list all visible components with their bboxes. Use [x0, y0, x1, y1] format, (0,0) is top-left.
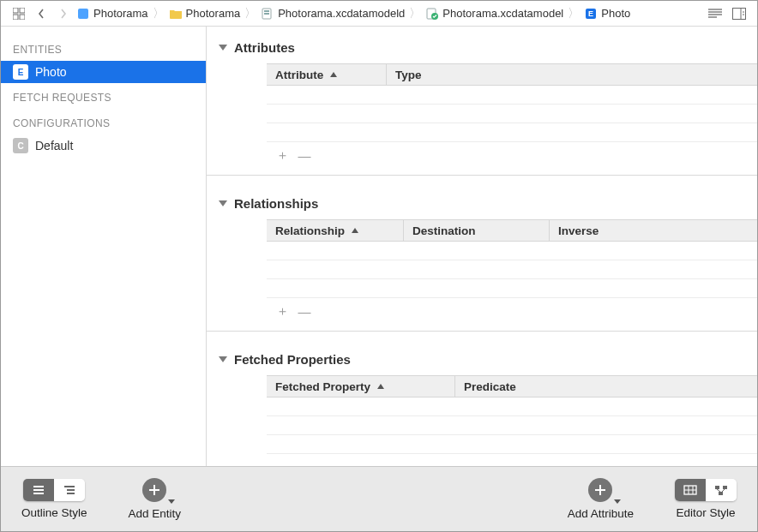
svg-text:E: E [588, 9, 593, 18]
relationships-table-head: Relationship Destination Inverse [267, 219, 757, 242]
remove-attribute-icon[interactable]: — [298, 148, 311, 162]
add-entity-label: Add Entity [129, 507, 182, 520]
relationships-rows [267, 242, 757, 298]
attributes-col-attribute[interactable]: Attribute [267, 64, 387, 85]
add-entity-button[interactable] [142, 478, 166, 502]
editor-panel: Attributes Attribute Type [207, 27, 757, 466]
entities-header: ENTITIES [1, 35, 206, 61]
outline-style-group: Outline Style [21, 479, 87, 519]
chevron-right-icon: 〉 [153, 6, 165, 21]
attributes-rows [267, 86, 757, 142]
breadcrumb-item-3[interactable]: Photorama.xcdatamodel [424, 7, 565, 21]
svg-rect-6 [264, 10, 269, 12]
relationships-col-destination[interactable]: Destination [404, 220, 550, 241]
breadcrumb-item-0[interactable]: Photorama [75, 7, 150, 21]
related-items-icon[interactable] [11, 6, 27, 21]
folder-icon [169, 7, 183, 21]
chevron-right-icon: 〉 [568, 6, 580, 21]
breadcrumb-label: Photorama [186, 7, 241, 20]
sort-ascending-icon [352, 228, 358, 233]
breadcrumb-label: Photorama.xcdatamodeld [278, 7, 405, 20]
add-attribute-icon[interactable]: ＋ [275, 148, 289, 162]
breadcrumb-label: Photorama [93, 7, 148, 20]
main-area: ENTITIES E Photo FETCH REQUESTS CONFIGUR… [1, 27, 757, 466]
add-attribute-group: Add Attribute [568, 478, 634, 520]
column-label: Inverse [558, 224, 599, 237]
outline-style-toggle[interactable] [23, 479, 85, 501]
disclosure-triangle-icon[interactable] [219, 200, 227, 206]
outline-style-list-icon[interactable] [23, 479, 54, 501]
column-label: Relationship [275, 224, 345, 237]
column-label: Type [395, 69, 422, 81]
fetched-col-property[interactable]: Fetched Property [267, 376, 455, 397]
fetched-title[interactable]: Fetched Properties [207, 347, 757, 375]
column-label: Destination [412, 224, 476, 237]
svg-rect-4 [78, 9, 88, 19]
attributes-title[interactable]: Attributes [207, 35, 757, 63]
breadcrumb-bar: Photorama 〉 Photorama 〉 Photorama.xcdata… [1, 1, 757, 27]
table-row[interactable] [267, 435, 757, 454]
fetched-rows [267, 398, 757, 454]
table-row[interactable] [267, 398, 757, 416]
relationships-controls: ＋ — [267, 298, 757, 320]
table-row[interactable] [267, 260, 757, 279]
entity-icon: E [584, 7, 598, 21]
svg-rect-2 [13, 15, 18, 20]
table-row[interactable] [267, 416, 757, 435]
section-title-label: Relationships [234, 196, 318, 211]
fetched-properties-section: Fetched Properties Fetched Property Pred… [207, 347, 757, 454]
editor-style-grid-icon[interactable] [675, 479, 706, 501]
breadcrumb-item-2[interactable]: Photorama.xcdatamodeld [259, 7, 406, 21]
sidebar-toggle-icon[interactable] [731, 6, 747, 21]
add-attribute-button[interactable] [588, 478, 612, 502]
disclosure-triangle-icon[interactable] [219, 356, 227, 362]
breadcrumb-label: Photorama.xcdatamodel [442, 7, 563, 20]
datamodel-icon [261, 7, 274, 21]
relationships-col-relationship[interactable]: Relationship [267, 220, 404, 241]
disclosure-triangle-icon[interactable] [219, 45, 227, 51]
paragraph-icon[interactable] [707, 6, 723, 21]
editor-style-toggle[interactable] [675, 479, 737, 501]
table-row[interactable] [267, 242, 757, 260]
relationships-title[interactable]: Relationships [207, 191, 757, 219]
table-row[interactable] [267, 86, 757, 105]
configurations-header: CONFIGURATIONS [1, 109, 206, 134]
svg-rect-3 [20, 15, 25, 20]
forward-icon[interactable] [56, 6, 71, 21]
relationships-col-inverse[interactable]: Inverse [550, 220, 757, 241]
breadcrumb-item-4[interactable]: E Photo [582, 7, 632, 21]
config-badge-icon: C [13, 138, 28, 153]
table-row[interactable] [267, 123, 757, 142]
column-label: Attribute [275, 69, 323, 81]
breadcrumb-item-1[interactable]: Photorama [167, 7, 243, 21]
back-icon[interactable] [33, 6, 49, 21]
attributes-controls: ＋ — [267, 142, 757, 164]
attributes-section: Attributes Attribute Type [207, 35, 757, 176]
fetch-requests-header: FETCH REQUESTS [1, 83, 206, 109]
attributes-col-type[interactable]: Type [387, 64, 757, 85]
dropdown-triangle-icon[interactable] [614, 499, 621, 504]
add-entity-group: Add Entity [129, 478, 182, 520]
column-label: Predicate [464, 380, 516, 393]
breadcrumb-label: Photo [601, 7, 630, 20]
sort-ascending-icon [377, 384, 384, 389]
remove-relationship-icon[interactable]: — [298, 304, 311, 318]
svg-line-38 [722, 489, 725, 492]
dropdown-triangle-icon[interactable] [168, 499, 175, 504]
add-relationship-icon[interactable]: ＋ [275, 304, 289, 318]
fetched-col-predicate[interactable]: Predicate [455, 376, 757, 397]
divider [207, 175, 757, 176]
editor-style-group: Editor Style [675, 479, 737, 519]
relationships-section: Relationships Relationship Destination I… [207, 191, 757, 332]
table-row[interactable] [267, 279, 757, 298]
table-row[interactable] [267, 105, 757, 123]
svg-rect-34 [715, 486, 719, 489]
config-row-default[interactable]: C Default [1, 134, 206, 157]
editor-style-graph-icon[interactable] [706, 479, 737, 501]
chevron-right-icon: 〉 [244, 6, 256, 21]
editor-style-label: Editor Style [676, 506, 735, 519]
outline-style-tree-icon[interactable] [54, 479, 85, 501]
svg-rect-0 [13, 8, 18, 13]
entity-row-photo[interactable]: E Photo [1, 61, 206, 83]
section-title-label: Fetched Properties [234, 352, 351, 367]
